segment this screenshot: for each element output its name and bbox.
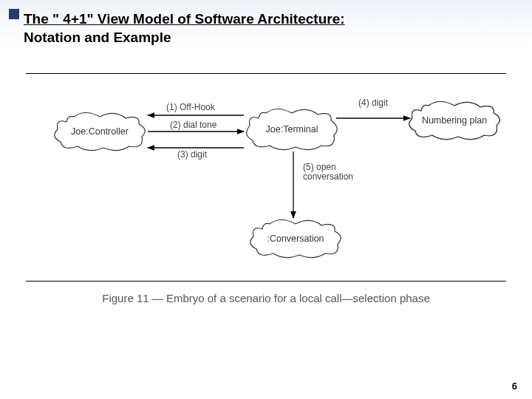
label-digit-3: (3) digit bbox=[177, 149, 207, 160]
node-terminal-label: Joe:Terminal bbox=[266, 124, 318, 134]
bullet-icon bbox=[9, 9, 19, 19]
page-title: The " 4+1" View Model of Software Archit… bbox=[24, 10, 345, 47]
page-number: 6 bbox=[512, 381, 517, 392]
title-line-2: Notation and Example bbox=[24, 30, 171, 45]
label-dial-tone: (2) dial tone bbox=[170, 120, 216, 130]
label-digit-4: (4) digit bbox=[358, 98, 388, 108]
node-numbering: Numbering plan bbox=[406, 100, 502, 140]
node-conversation-label: :Conversation bbox=[267, 233, 324, 244]
diagram: (1) Off-Hook (2) dial tone (3) digit (4)… bbox=[26, 74, 506, 296]
node-terminal: Joe:Terminal bbox=[244, 107, 340, 151]
rule-bottom bbox=[26, 281, 506, 282]
label-open-conversation: (5) open conversation bbox=[303, 163, 353, 182]
title-line-1: The " 4+1" View Model of Software Archit… bbox=[24, 11, 345, 27]
label-off-hook: (1) Off-Hook bbox=[166, 102, 215, 112]
figure-caption: Figure 11 — Embryo of a scenario for a l… bbox=[0, 292, 532, 304]
node-conversation: :Conversation bbox=[248, 218, 344, 259]
node-controller: Joe:Controller bbox=[52, 111, 148, 151]
node-numbering-label: Numbering plan bbox=[422, 115, 487, 126]
node-controller-label: Joe:Controller bbox=[71, 126, 129, 137]
